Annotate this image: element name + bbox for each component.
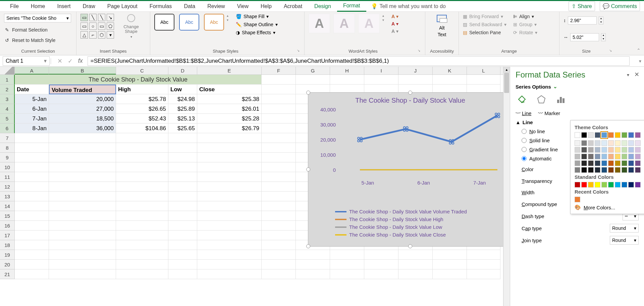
- row-header[interactable]: 1: [0, 75, 15, 85]
- cell[interactable]: [262, 201, 296, 211]
- cell[interactable]: [296, 260, 330, 269]
- cell[interactable]: [49, 211, 116, 221]
- resize-handle[interactable]: [306, 244, 310, 248]
- color-swatch[interactable]: [615, 160, 621, 166]
- cell[interactable]: $25.89: [168, 104, 197, 114]
- cell[interactable]: [116, 221, 168, 231]
- color-swatch[interactable]: [615, 147, 621, 153]
- color-swatch[interactable]: [575, 147, 580, 153]
- cell[interactable]: Low: [168, 85, 197, 94]
- cell[interactable]: [49, 240, 116, 250]
- color-swatch[interactable]: [575, 154, 580, 159]
- cell[interactable]: [296, 269, 330, 279]
- menu-view[interactable]: View: [231, 1, 255, 11]
- cell[interactable]: 8-Jan: [15, 123, 49, 133]
- cell[interactable]: [433, 250, 467, 260]
- cell[interactable]: [15, 211, 49, 221]
- alt-text-button[interactable]: AltText: [433, 14, 451, 37]
- cell[interactable]: [168, 269, 197, 279]
- shape-effects-button[interactable]: ◑Shape Effects ▾: [236, 30, 278, 35]
- chart-legend[interactable]: The Cookie Shop - Daily Stock Value Volu…: [335, 209, 467, 240]
- row-header[interactable]: 15: [0, 211, 15, 221]
- color-swatch[interactable]: [588, 160, 594, 166]
- color-swatch[interactable]: [615, 154, 621, 159]
- cell[interactable]: [262, 153, 296, 162]
- cell[interactable]: [197, 250, 262, 260]
- cell[interactable]: [197, 260, 262, 269]
- row-header[interactable]: 10: [0, 162, 15, 172]
- shapes-gallery[interactable]: ▭╲╲↘ ▭○▭⬠ △⌐⬡▾: [80, 14, 114, 39]
- resize-handle[interactable]: [408, 91, 412, 95]
- color-swatch[interactable]: [588, 167, 594, 173]
- cell[interactable]: $25.13: [168, 114, 197, 123]
- color-swatch[interactable]: [595, 147, 600, 153]
- cell[interactable]: [168, 133, 197, 143]
- cell[interactable]: [467, 250, 500, 260]
- cell[interactable]: [197, 143, 262, 153]
- cell[interactable]: [262, 143, 296, 153]
- color-swatch[interactable]: [628, 154, 634, 159]
- cell[interactable]: [262, 123, 296, 133]
- menu-file[interactable]: File: [4, 1, 25, 11]
- cell[interactable]: [15, 231, 49, 240]
- color-swatch[interactable]: [581, 154, 587, 159]
- shape-outline-button[interactable]: ✏️Shape Outline ▾: [236, 22, 278, 27]
- color-swatch[interactable]: [588, 140, 594, 146]
- row-header[interactable]: 3: [0, 94, 15, 104]
- text-outline-button[interactable]: A ▾: [391, 21, 398, 27]
- cell[interactable]: [262, 104, 296, 114]
- cell[interactable]: [15, 269, 49, 279]
- color-swatch[interactable]: [635, 160, 641, 166]
- cell[interactable]: [49, 231, 116, 240]
- cell[interactable]: [49, 162, 116, 172]
- color-swatch[interactable]: [575, 167, 580, 173]
- color-swatch[interactable]: [581, 147, 587, 153]
- format-selection-button[interactable]: ✎ Format Selection: [4, 27, 72, 33]
- cell[interactable]: 27,000: [49, 104, 116, 114]
- row-header[interactable]: 4: [0, 104, 15, 114]
- cell[interactable]: [116, 192, 168, 201]
- cell[interactable]: [168, 153, 197, 162]
- cell[interactable]: Close: [197, 85, 262, 94]
- cell[interactable]: [262, 231, 296, 240]
- color-swatch[interactable]: [635, 132, 641, 138]
- chart-object[interactable]: The Cookie Shop - Daily Stock Value 40,0…: [308, 92, 503, 247]
- cell[interactable]: $24.98: [168, 94, 197, 104]
- color-swatch[interactable]: [601, 140, 607, 146]
- color-swatch[interactable]: [588, 154, 594, 159]
- cell[interactable]: [467, 269, 500, 279]
- color-swatch[interactable]: [601, 147, 607, 153]
- cell[interactable]: [330, 75, 364, 85]
- cell[interactable]: [330, 269, 364, 279]
- row-header[interactable]: 11: [0, 172, 15, 182]
- cell[interactable]: $26.65: [116, 104, 168, 114]
- cell[interactable]: [116, 250, 168, 260]
- scroll-up-icon[interactable]: ▲: [503, 67, 510, 73]
- selection-pane-button[interactable]: ▤Selection Pane: [463, 30, 506, 35]
- resize-handle[interactable]: [306, 167, 310, 171]
- row-header[interactable]: 19: [0, 250, 15, 260]
- expand-formula-bar-icon[interactable]: ▾: [639, 58, 641, 64]
- cell[interactable]: [262, 162, 296, 172]
- cell[interactable]: [168, 143, 197, 153]
- cell[interactable]: [197, 153, 262, 162]
- cell[interactable]: [262, 221, 296, 231]
- cell[interactable]: [116, 153, 168, 162]
- cell[interactable]: [364, 75, 398, 85]
- row-header[interactable]: 20: [0, 260, 15, 269]
- row-header[interactable]: 6: [0, 123, 15, 133]
- cell[interactable]: [168, 192, 197, 201]
- spreadsheet-grid[interactable]: ABCDEFGHIJKL 1The Cookie Shop - Daily St…: [0, 67, 503, 306]
- row-header[interactable]: 12: [0, 182, 15, 192]
- name-box[interactable]: Chart 1 ▾: [3, 56, 50, 66]
- column-header[interactable]: L: [467, 67, 500, 74]
- column-header[interactable]: G: [296, 67, 330, 74]
- cell[interactable]: [15, 172, 49, 182]
- column-header[interactable]: H: [330, 67, 364, 74]
- cell[interactable]: [116, 162, 168, 172]
- color-swatch[interactable]: [608, 140, 614, 146]
- cell[interactable]: [15, 221, 49, 231]
- menu-draw[interactable]: Draw: [76, 1, 101, 11]
- color-swatch[interactable]: [581, 140, 587, 146]
- fill-line-tab-icon[interactable]: [516, 93, 528, 106]
